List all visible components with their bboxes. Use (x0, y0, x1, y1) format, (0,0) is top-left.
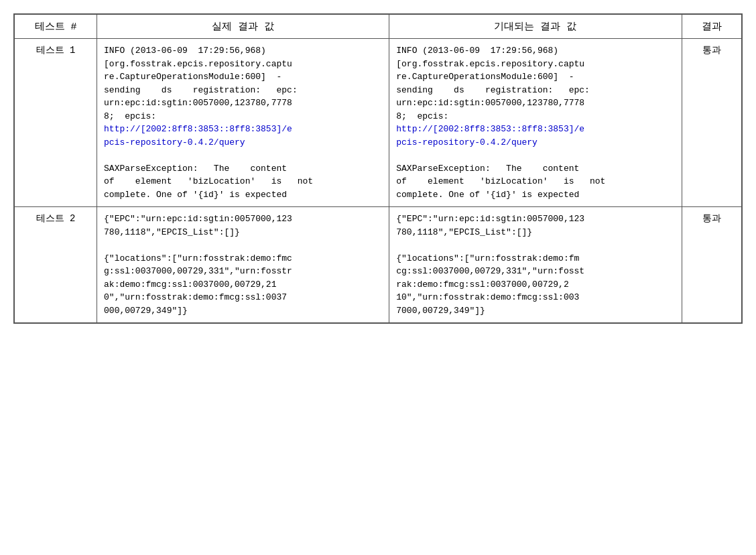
test-2-num: 테스트 2 (15, 207, 97, 323)
table-row: 테스트 2 {"EPC":"urn:epc:id:sgtin:0057000,1… (15, 207, 742, 323)
table-row: 테스트 1 INFO (2013-06-09 17:29:56,968) [or… (15, 39, 742, 207)
header-actual: 실제 결과 값 (97, 15, 389, 39)
results-table: 테스트 # 실제 결과 값 기대되는 결과 값 결과 테스트 1 INFO (2… (14, 14, 742, 323)
test-2-expected-content: {"EPC":"urn:epc:id:sgtin:0057000,123 780… (396, 212, 674, 317)
main-table-container: 테스트 # 실제 결과 값 기대되는 결과 값 결과 테스트 1 INFO (2… (13, 13, 743, 324)
test-2-actual-content: {"EPC":"urn:epc:id:sgtin:0057000,123 780… (104, 212, 382, 317)
test-1-num: 테스트 1 (15, 39, 97, 207)
test-1-expected-link[interactable]: http://[2002:8ff8:3853::8ff8:3853]/e pci… (396, 124, 584, 147)
test-2-expected: {"EPC":"urn:epc:id:sgtin:0057000,123 780… (389, 207, 682, 323)
test-1-result: 통과 (682, 39, 742, 207)
test-1-actual-link[interactable]: http://[2002:8ff8:3853::8ff8:3853]/e pci… (104, 124, 292, 147)
header-test-num: 테스트 # (15, 15, 97, 39)
test-1-expected: INFO (2013-06-09 17:29:56,968) [org.foss… (389, 39, 682, 207)
header-result: 결과 (682, 15, 742, 39)
test-2-result: 통과 (682, 207, 742, 323)
test-1-expected-content: INFO (2013-06-09 17:29:56,968) [org.foss… (396, 44, 674, 201)
test-1-actual: INFO (2013-06-09 17:29:56,968) [org.foss… (97, 39, 389, 207)
header-expected: 기대되는 결과 값 (389, 15, 682, 39)
test-2-actual: {"EPC":"urn:epc:id:sgtin:0057000,123 780… (97, 207, 389, 323)
test-1-actual-content: INFO (2013-06-09 17:29:56,968) [org.foss… (104, 44, 382, 201)
header-row: 테스트 # 실제 결과 값 기대되는 결과 값 결과 (15, 15, 742, 39)
